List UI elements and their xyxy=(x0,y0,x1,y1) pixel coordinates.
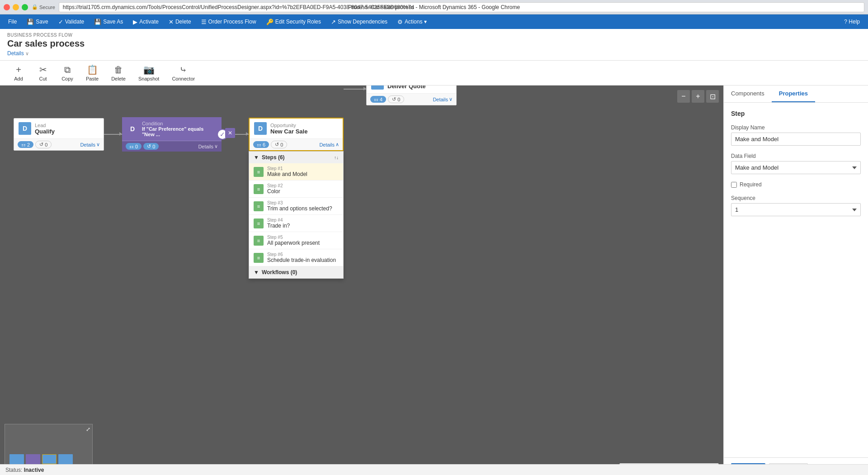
condition-flows-badge: ↺ 0 xyxy=(143,143,159,150)
copy-button[interactable]: ⧉ Copy xyxy=(56,63,79,83)
steps-header-label: Steps (6) xyxy=(262,154,285,161)
main-area: − + ⊡ D Lead Qualify ⚏ 2 ↺ 0 Details ∨ xyxy=(0,86,868,475)
lead-node-subtitle: Qualify xyxy=(35,128,55,135)
tab-properties[interactable]: Properties xyxy=(772,86,815,102)
lead-flows-badge: ↺ 0 xyxy=(35,141,52,148)
condition-details-button[interactable]: Details ∨ xyxy=(198,143,218,149)
workflows-collapse-icon: ▼ xyxy=(254,269,259,276)
edit-toolbar: + Add ✂ Cut ⧉ Copy 📋 Paste 🗑 Delete 📷 Sn… xyxy=(0,61,868,86)
step-item-2[interactable]: ≡ Step #2 Color xyxy=(249,180,343,198)
condition-node[interactable]: D Condition If "Car Preference" equals "… xyxy=(122,117,222,152)
save-button[interactable]: 💾Save xyxy=(22,17,52,27)
status-value: Inactive xyxy=(24,467,44,473)
show-dependencies-button[interactable]: ↗Show Dependencies xyxy=(326,17,392,27)
zoom-out-button[interactable]: − xyxy=(677,90,690,103)
browser-min-btn[interactable] xyxy=(13,4,19,10)
paste-button[interactable]: 📋 Paste xyxy=(80,62,104,83)
actions-button[interactable]: ⚙Actions ▾ xyxy=(393,17,431,27)
order-process-flow-button[interactable]: ☰Order Process Flow xyxy=(197,17,261,27)
copy-icon: ⧉ xyxy=(64,65,71,75)
actions-icon: ⚙ xyxy=(397,19,403,25)
quote-node[interactable]: D Quote Deliver Quote ⚏ 4 ↺ 0 Details ∨ xyxy=(366,86,457,105)
save-as-icon: 💾 xyxy=(94,19,101,25)
step-item-5[interactable]: ≡ Step #5 All paperwork present xyxy=(249,232,343,249)
data-field-select[interactable]: Make and Model xyxy=(731,161,861,174)
required-label: Required xyxy=(740,181,762,188)
step-item-4[interactable]: ≡ Step #4 Trade in? xyxy=(249,215,343,232)
delete-edit-icon: 🗑 xyxy=(114,65,123,75)
step-5-number: Step #5 xyxy=(267,235,339,240)
condition-node-type: Condition xyxy=(142,121,217,126)
sequence-select[interactable]: 1 xyxy=(731,203,861,216)
quote-node-subtitle: Deliver Quote xyxy=(387,86,426,90)
file-button[interactable]: File xyxy=(4,17,21,27)
quote-steps-badge: ⚏ 4 xyxy=(370,96,386,103)
business-process-label: BUSINESS PROCESS FLOW xyxy=(7,33,861,38)
step-item-1[interactable]: ≡ Step #1 Make and Model xyxy=(249,163,343,180)
sequence-label: Sequence xyxy=(731,195,861,201)
opportunity-details-button[interactable]: Details ∧ xyxy=(319,142,339,147)
sequence-group: Sequence 1 xyxy=(731,195,861,216)
steps-header[interactable]: ▼ Steps (6) ↑↓ xyxy=(249,152,343,163)
validate-icon: ✓ xyxy=(58,19,63,25)
zoom-in-button[interactable]: + xyxy=(692,90,704,103)
help-button[interactable]: ? Help xyxy=(840,17,864,27)
condition-node-footer: ⚏ 0 ↺ 0 Details ∨ xyxy=(122,141,222,152)
validate-button[interactable]: ✓Validate xyxy=(54,17,89,27)
mini-node-lead xyxy=(9,454,24,464)
browser-close-btn[interactable] xyxy=(4,4,10,10)
step-6-icon: ≡ xyxy=(254,253,264,263)
opportunity-node[interactable]: D Opportunity New Car Sale ⚏ 6 ↺ 0 Detai… xyxy=(249,118,344,151)
step-5-icon: ≡ xyxy=(254,236,264,246)
connector-button[interactable]: ⤷ Connector xyxy=(166,62,200,83)
display-name-label: Display Name xyxy=(731,124,861,131)
browser-max-btn[interactable] xyxy=(22,4,28,10)
condition-close-button[interactable]: ✕ xyxy=(225,128,235,138)
quote-details-button[interactable]: Details ∨ xyxy=(433,96,453,102)
opportunity-flows-badge: ↺ 0 xyxy=(271,141,287,148)
required-checkbox[interactable] xyxy=(731,182,737,188)
fit-button[interactable]: ⊡ xyxy=(706,90,719,103)
required-checkbox-group: Required xyxy=(731,181,861,188)
app-toolbar: File 💾Save ✓Validate 💾Save As ▶Activate … xyxy=(0,14,868,29)
step-6-name: Schedule trade-in evaluation xyxy=(267,257,339,263)
step-item-3[interactable]: ≡ Step #3 Trim and options selected? xyxy=(249,198,343,215)
delete-icon: ✕ xyxy=(169,19,174,25)
panel-tabs: Components Properties xyxy=(724,86,868,103)
snapshot-button[interactable]: 📷 Snapshot xyxy=(133,62,165,83)
delete-edit-button[interactable]: 🗑 Delete xyxy=(106,63,131,83)
browser-controls xyxy=(4,4,28,10)
workflows-header[interactable]: ▼ Workflows (0) xyxy=(249,266,343,278)
connector-icon: ⤷ xyxy=(179,64,187,75)
cut-button[interactable]: ✂ Cut xyxy=(32,62,54,83)
opportunity-node-footer: ⚏ 6 ↺ 0 Details ∧ xyxy=(250,139,343,150)
step-2-name: Color xyxy=(267,188,339,195)
condition-node-subtitle: If "Car Preference" equals "New ... xyxy=(142,126,217,137)
step-2-icon: ≡ xyxy=(254,184,264,194)
mini-node-opportunity xyxy=(42,454,57,464)
step-item-6[interactable]: ≡ Step #6 Schedule trade-in evaluation xyxy=(249,249,343,266)
step-3-name: Trim and options selected? xyxy=(267,205,339,212)
edit-security-roles-button[interactable]: 🔑Edit Security Roles xyxy=(262,17,326,27)
mini-node-condition xyxy=(26,454,40,464)
canvas[interactable]: − + ⊡ D Lead Qualify ⚏ 2 ↺ 0 Details ∨ xyxy=(0,86,723,475)
add-button[interactable]: + Add xyxy=(7,63,30,83)
page-header: BUSINESS PROCESS FLOW Car sales process … xyxy=(0,29,868,61)
step-1-icon: ≡ xyxy=(254,167,264,177)
data-field-group: Data Field Make and Model xyxy=(731,153,861,174)
display-name-input[interactable] xyxy=(731,133,861,146)
lead-node[interactable]: D Lead Qualify ⚏ 2 ↺ 0 Details ∨ xyxy=(14,118,104,151)
step-6-number: Step #6 xyxy=(267,252,339,257)
save-as-button[interactable]: 💾Save As xyxy=(90,17,127,27)
condition-steps-badge: ⚏ 0 xyxy=(126,143,142,150)
security-icon: 🔑 xyxy=(266,19,274,25)
tab-components[interactable]: Components xyxy=(724,86,772,102)
lead-details-button[interactable]: Details ∨ xyxy=(80,142,100,147)
connector-lead-condition xyxy=(104,134,122,135)
activate-button[interactable]: ▶Activate xyxy=(128,17,163,27)
data-field-label: Data Field xyxy=(731,153,861,159)
opportunity-node-wrapper: D Opportunity New Car Sale ⚏ 6 ↺ 0 Detai… xyxy=(249,118,344,151)
step-4-name: Trade in? xyxy=(267,223,339,229)
details-link[interactable]: Details xyxy=(7,50,24,57)
delete-button[interactable]: ✕Delete xyxy=(164,17,196,27)
